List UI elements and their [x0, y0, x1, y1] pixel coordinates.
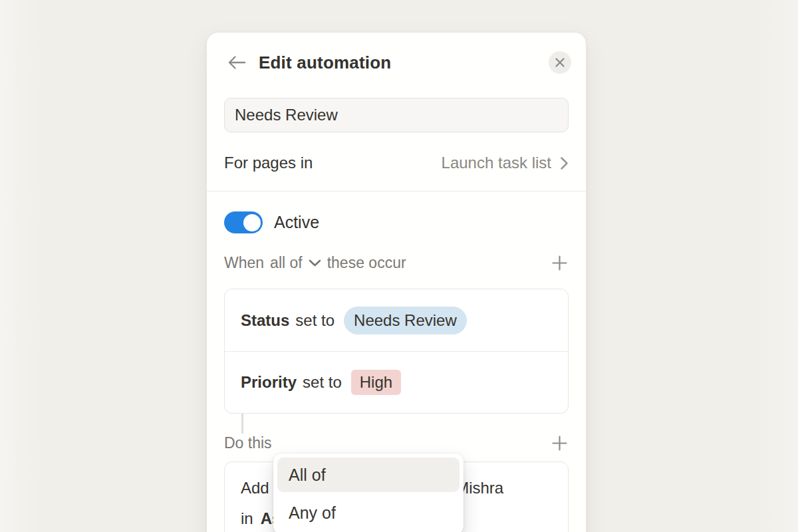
action-preposition: in: [241, 509, 253, 528]
action-verb: Add: [241, 479, 269, 497]
trigger-row-priority[interactable]: Priority set to High: [225, 351, 568, 413]
chevron-right-icon: [560, 156, 569, 170]
page-title: Edit automation: [259, 53, 391, 73]
priority-value-pill: High: [351, 370, 401, 395]
flow-connector-line: [241, 414, 243, 434]
chevron-down-icon: [309, 259, 321, 267]
arrow-left-icon: [227, 55, 247, 70]
condition-dropdown-menu: All of Any of: [273, 454, 464, 532]
do-this-row: Do this: [224, 434, 569, 452]
dropdown-option-all-of[interactable]: All of: [277, 458, 460, 492]
trigger-property: Priority: [241, 373, 297, 392]
edit-automation-dialog: Edit automation For pages in Launch task…: [206, 32, 587, 532]
trigger-verb: set to: [303, 373, 342, 392]
dropdown-option-label: Any of: [289, 503, 336, 523]
close-button[interactable]: [549, 51, 571, 74]
triggers-card: Status set to Needs Review Priority set …: [224, 289, 569, 414]
status-value-pill: Needs Review: [344, 307, 467, 334]
close-icon: [555, 57, 565, 68]
trigger-property: Status: [241, 311, 289, 330]
toggle-knob: [243, 214, 261, 231]
dropdown-option-label: All of: [289, 466, 326, 485]
dropdown-option-any-of[interactable]: Any of: [277, 495, 460, 530]
do-this-label: Do this: [224, 434, 272, 452]
automation-name-input[interactable]: [224, 98, 569, 132]
condition-type-selector[interactable]: all of: [270, 254, 321, 272]
when-suffix: these occur: [327, 254, 406, 272]
when-prefix: When: [224, 254, 264, 272]
for-pages-row: For pages in Launch task list: [224, 144, 569, 182]
condition-type-value: all of: [270, 254, 303, 272]
target-database-button[interactable]: Launch task list: [442, 154, 569, 172]
dialog-header: Edit automation: [207, 33, 586, 74]
trigger-verb: set to: [295, 311, 334, 330]
trigger-row-status[interactable]: Status set to Needs Review: [225, 289, 568, 351]
active-row: Active: [224, 211, 569, 233]
plus-icon: [551, 254, 569, 272]
add-action-button[interactable]: [550, 434, 569, 452]
back-button[interactable]: [227, 55, 248, 70]
automation-body: Active When all of these occur Status se…: [207, 211, 586, 532]
add-trigger-button[interactable]: [550, 253, 569, 272]
plus-icon: [551, 434, 569, 452]
target-database-value: Launch task list: [442, 154, 551, 172]
active-toggle[interactable]: [224, 211, 263, 233]
when-row: When all of these occur: [224, 253, 569, 272]
active-label: Active: [274, 213, 319, 232]
for-pages-label: For pages in: [224, 154, 313, 172]
divider: [207, 191, 586, 192]
